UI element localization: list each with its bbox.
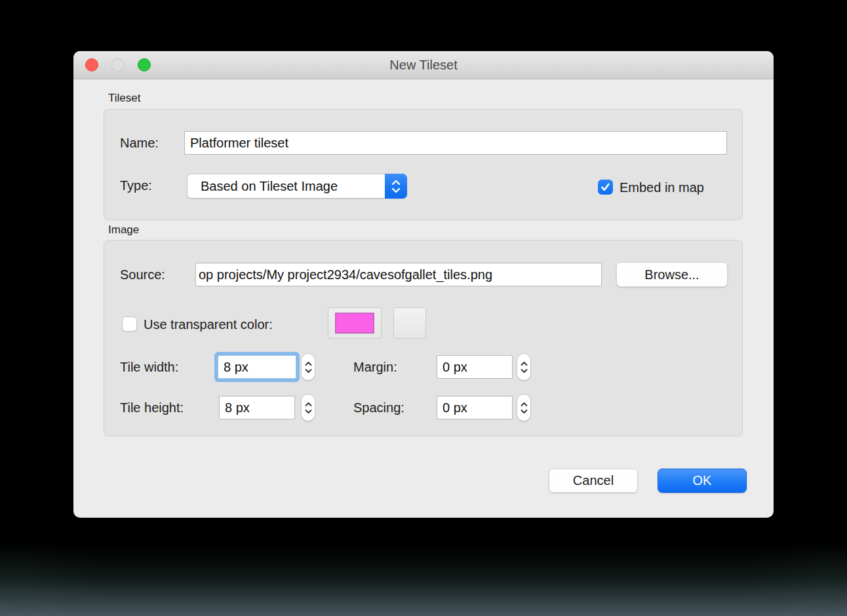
tile-width-label: Tile width: [120,355,178,379]
embed-in-map-checkbox[interactable] [598,180,613,195]
image-groupbox: Source: Browse... Use transparent color:… [104,240,743,436]
stepper-up-icon [520,361,528,366]
margin-stepper[interactable] [517,353,531,381]
stepper-down-icon [304,368,313,374]
tile-height-input[interactable] [219,396,295,419]
cancel-button[interactable]: Cancel [549,469,638,493]
spacing-input[interactable] [437,396,513,419]
type-label: Type: [120,174,152,197]
new-tileset-dialog: New Tileset Tileset Name: Type: Based on… [73,51,774,518]
source-input[interactable] [195,263,602,286]
browse-button[interactable]: Browse... [616,262,728,287]
tile-width-input[interactable] [218,355,296,379]
use-transparent-color-checkbox[interactable] [122,317,137,332]
stepper-up-icon [304,361,313,366]
color-swatch [335,313,374,334]
stepper-down-icon [304,409,313,414]
margin-input[interactable] [437,355,513,379]
spacing-stepper[interactable] [517,394,531,421]
image-section-label: Image [108,223,139,237]
type-dropdown[interactable]: Based on Tileset Image [187,174,407,199]
embed-in-map-label: Embed in map [620,180,704,195]
ok-button[interactable]: OK [658,469,747,493]
tile-height-label: Tile height: [120,396,184,419]
window-title: New Tileset [73,51,774,79]
tile-width-stepper[interactable] [301,353,315,381]
stepper-up-icon [304,402,313,407]
titlebar[interactable]: New Tileset [73,51,774,79]
checkmark-icon [600,182,611,193]
pick-color-button[interactable] [393,307,426,339]
margin-label: Margin: [353,355,397,379]
use-transparent-color-label: Use transparent color: [144,317,273,332]
source-label: Source: [120,263,165,286]
transparent-color-swatch-button[interactable] [328,307,382,339]
name-input[interactable] [184,131,727,155]
dropdown-chevrons-icon [385,174,407,199]
type-dropdown-value: Based on Tileset Image [187,179,385,194]
name-label: Name: [120,131,159,155]
spacing-label: Spacing: [353,396,404,419]
tileset-section-label: Tileset [108,92,140,105]
stepper-down-icon [520,368,528,374]
tile-height-stepper[interactable] [301,394,315,421]
tileset-groupbox: Name: Type: Based on Tileset Image Embed… [104,109,743,220]
stepper-down-icon [520,409,528,414]
stepper-up-icon [520,402,528,407]
